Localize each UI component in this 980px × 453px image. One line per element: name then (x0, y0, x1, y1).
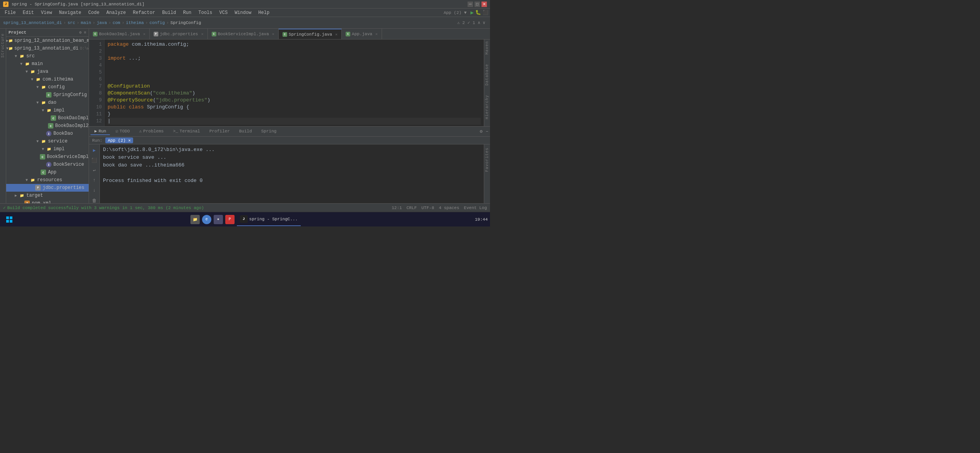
menu-help[interactable]: Help (255, 9, 272, 16)
breadcrumb-com[interactable]: com (113, 21, 120, 25)
taskbar-icon-chrome[interactable]: ● (214, 215, 223, 224)
menu-refactor[interactable]: Refactor (130, 9, 158, 16)
hide-panel-icon[interactable]: – (486, 129, 488, 134)
tree-item-main[interactable]: ▼ 📁 main (6, 60, 89, 68)
tree-item-pomxml[interactable]: X pom.xml (6, 199, 89, 203)
bottom-tab-build[interactable]: Build (235, 128, 256, 135)
cursor-position[interactable]: 12:1 (392, 206, 402, 210)
tree-item-spring13[interactable]: ▼ 📁 spring_13_annotation_di D:\workspace… (6, 45, 89, 52)
tree-item-app[interactable]: C App (6, 168, 89, 176)
maven-tab[interactable]: Maven (485, 41, 489, 55)
menu-navigate[interactable]: Navigate (56, 9, 84, 16)
arrow-java: ▼ (24, 70, 29, 74)
maximize-button[interactable]: □ (475, 2, 480, 7)
tree-item-impl-service[interactable]: ▼ 📁 impl (6, 145, 89, 153)
menu-build[interactable]: Build (159, 9, 179, 16)
code-content[interactable]: package com.itheima.config; import ...; … (105, 39, 484, 126)
start-button[interactable] (2, 213, 16, 226)
tree-item-bookdaoimpl[interactable]: C BookDaoImpl (6, 114, 89, 122)
tree-item-com-itheima[interactable]: ▼ 📁 com.itheima (6, 76, 89, 83)
tree-item-resources[interactable]: ▼ 📁 resources (6, 176, 89, 184)
line-ending[interactable]: CRLF (406, 206, 416, 210)
bottom-tab-todo[interactable]: ☑ TODO (111, 128, 134, 135)
menu-vcs[interactable]: VCS (216, 9, 231, 16)
title-bar: J spring - SpringConfig.java [spring_13_… (0, 0, 490, 9)
taskbar-app-intellij[interactable]: J spring - SpringC... (237, 213, 301, 226)
event-log[interactable]: Event Log (464, 206, 487, 210)
tab-icon-springconfig: C (283, 32, 287, 37)
breadcrumb-src[interactable]: src (67, 21, 75, 25)
breadcrumb-config[interactable]: config (149, 21, 165, 25)
run-button[interactable]: ▶ (471, 9, 474, 16)
tree-item-java[interactable]: ▼ 📁 java (6, 68, 89, 76)
clear-output-button[interactable]: 🗑 (90, 196, 99, 203)
tree-item-bookserviceimpl[interactable]: C BookServiceImpl (6, 153, 89, 161)
menu-file[interactable]: File (2, 9, 19, 16)
scroll-bottom-button[interactable]: ↓ (90, 186, 99, 195)
taskbar-icon-explorer[interactable]: 📁 (190, 215, 200, 224)
breadcrumb-main[interactable]: main (81, 21, 91, 25)
tab-close-jdbc[interactable]: ✕ (201, 32, 204, 36)
tree-item-src[interactable]: ▼ 📁 src (6, 52, 89, 60)
tree-item-impl-dao[interactable]: ▼ 📁 impl (6, 106, 89, 114)
stop-run-button[interactable]: ⬛ (90, 156, 99, 165)
tab-close-app[interactable]: ✕ (375, 32, 378, 36)
bottom-tab-spring[interactable]: Spring (257, 128, 281, 135)
tab-bookdaoimpl[interactable]: C BookDaoImpl.java ✕ (89, 29, 150, 39)
structure-label[interactable]: Structure (0, 30, 6, 61)
tree-item-spring12[interactable]: ▶ 📁 spring_12_annotation_bean_manager D:… (6, 37, 89, 45)
menu-run[interactable]: Run (180, 9, 195, 16)
tab-springconfig[interactable]: C SpringConfig.java ✕ (279, 29, 342, 39)
scroll-top-button[interactable]: ↑ (90, 176, 99, 185)
settings-icon[interactable]: ⚙ (480, 129, 483, 134)
stop-button[interactable]: ⬛ (483, 10, 488, 15)
menu-tools[interactable]: Tools (195, 9, 216, 16)
indent-info[interactable]: 4 spaces (439, 206, 459, 210)
tree-item-springconfig[interactable]: C SpringConfig (6, 91, 89, 99)
breadcrumb-project[interactable]: spring_13_annotation_di (3, 21, 62, 25)
bottom-tab-run[interactable]: ▶ Run (91, 128, 110, 135)
taskbar-icon-ie[interactable]: e (202, 215, 211, 224)
breadcrumb-springconfig[interactable]: SpringConfig (170, 21, 201, 25)
close-button[interactable]: ✕ (481, 2, 487, 7)
hierarchy-tab[interactable]: Hierarchy (485, 95, 489, 119)
bottom-tab-profiler[interactable]: Profiler (206, 128, 234, 135)
breadcrumb-itheima[interactable]: itheima (126, 21, 144, 25)
encoding[interactable]: UTF-8 (421, 206, 434, 210)
tab-close-bookserviceimpl[interactable]: ✕ (272, 32, 274, 36)
tree-item-target[interactable]: ▶ 📁 target (6, 192, 89, 199)
output-line-dao: book dao save ...itheima666 (103, 161, 481, 169)
menu-analyze[interactable]: Analyze (103, 9, 129, 16)
debug-button[interactable]: 🐛 (475, 10, 481, 15)
menu-code[interactable]: Code (85, 9, 103, 16)
tree-item-config[interactable]: ▼ 📁 config (6, 83, 89, 91)
minimize-button[interactable]: ─ (468, 2, 473, 7)
tab-close-springconfig[interactable]: ✕ (335, 32, 338, 37)
tree-item-bookdaoimpl2[interactable]: C BookDaoImpl2 (6, 122, 89, 130)
menu-view[interactable]: View (38, 9, 55, 16)
tab-jdbc[interactable]: P jdbc.properties ✕ (150, 29, 208, 39)
tree-item-jdbc-props[interactable]: P jdbc.properties (6, 184, 89, 192)
taskbar-icon-ppt[interactable]: P (225, 215, 235, 224)
tab-app[interactable]: C App.java ✕ (342, 29, 382, 39)
tab-bookserviceimpl[interactable]: C BookServiceImpl.java ✕ (208, 29, 279, 39)
code-line-11: } (108, 111, 481, 118)
tree-item-dao[interactable]: ▼ 📁 dao (6, 99, 89, 106)
tab-close-bookdaoimpl[interactable]: ✕ (143, 32, 146, 36)
bottom-tab-problems[interactable]: ⚠ Problems (135, 128, 167, 135)
menu-edit[interactable]: Edit (20, 9, 37, 16)
favorites-label[interactable]: Favorites (484, 144, 490, 175)
bottom-tab-terminal[interactable]: >_ Terminal (169, 128, 204, 135)
menu-window[interactable]: Window (231, 9, 254, 16)
tree-item-bookservice[interactable]: I BookService (6, 161, 89, 168)
run-app-badge[interactable]: App (2) ✕ (105, 137, 133, 143)
breadcrumb-java[interactable]: java (97, 21, 107, 25)
class-icon-bookdaoimpl: C (50, 115, 57, 121)
rerun-button[interactable]: ▶ (90, 146, 99, 154)
code-line-12[interactable]: | (108, 118, 481, 125)
database-tab[interactable]: Database (485, 64, 489, 86)
restore-layout-button[interactable]: ↩ (90, 166, 99, 175)
bookservice-label: BookService (53, 162, 84, 167)
tree-item-service[interactable]: ▼ 📁 service (6, 137, 89, 145)
tree-item-bookdao[interactable]: I BookDao (6, 130, 89, 137)
